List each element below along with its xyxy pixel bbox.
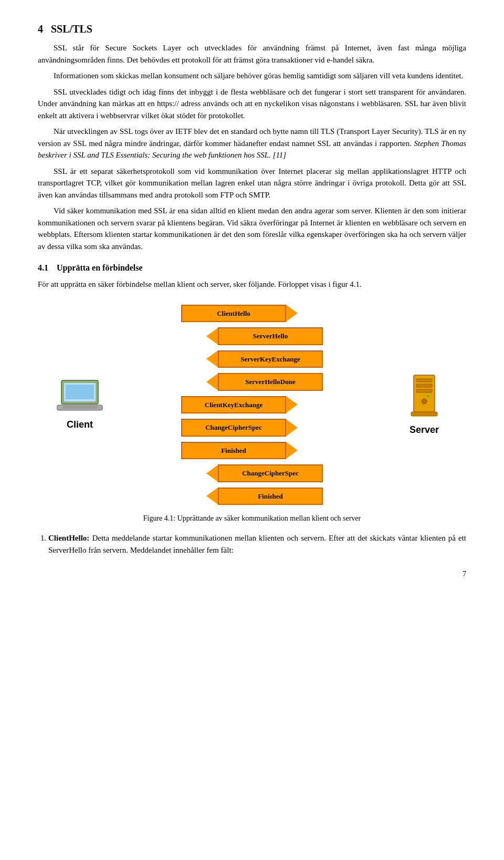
svg-rect-11 <box>411 412 437 416</box>
arrow-left-serverkeyexchange <box>206 350 218 367</box>
label-changecipherspec-2: ChangeCipherSpec <box>218 464 323 482</box>
svg-rect-6 <box>416 379 432 382</box>
subsection-heading: 4.1 Upprätta en förbindelse <box>38 262 466 274</box>
svg-rect-4 <box>62 406 97 409</box>
svg-point-9 <box>422 399 427 404</box>
list-item-1: ClientHello: Detta meddelande startar ko… <box>48 532 466 556</box>
para-4: När utvecklingen av SSL togs över av IET… <box>38 126 466 161</box>
label-finished-1: Finished <box>181 442 286 460</box>
numbered-list: ClientHello: Detta meddelande startar ko… <box>48 532 466 556</box>
arrow-changecipherspec-2: ChangeCipherSpec <box>176 464 323 482</box>
arrow-serverhelodone: ServerHelloDone <box>176 373 323 391</box>
arrow-left-serverhellodone <box>206 374 218 390</box>
arrow-clientkeyexchange: ClientKeyExchange <box>181 396 328 414</box>
label-serverhello: ServerHello <box>218 327 323 345</box>
figure-inner: Client ClientHello ServerHello ServerKey <box>38 303 466 507</box>
para-6: Vid säker kommunikation med SSL är ena s… <box>38 205 466 252</box>
server-tower-icon <box>406 372 443 420</box>
section-title: SSL/TLS <box>51 23 92 35</box>
client-side: Client <box>38 378 122 432</box>
arrow-left-finished-2 <box>206 488 218 504</box>
label-finished-2: Finished <box>218 488 323 505</box>
arrow-left-changecipherspec-2 <box>206 465 218 482</box>
arrow-left-serverhello <box>206 328 218 345</box>
label-changecipherspec-1: ChangeCipherSpec <box>181 419 286 437</box>
client-laptop-icon <box>56 378 103 415</box>
svg-rect-7 <box>416 384 432 387</box>
arrow-changecipherspec-1: ChangeCipherSpec <box>181 419 328 437</box>
list-item-1-text: Detta meddelande startar kommunikationen… <box>48 534 466 554</box>
arrow-finished-2: Finished <box>176 488 323 505</box>
list-item-1-label: ClientHello: <box>48 534 89 542</box>
server-side: Server <box>382 372 466 437</box>
page-content: 4 SSL/TLS SSL står för Secure Sockets La… <box>38 21 466 579</box>
arrow-serverkeyexchange: ServerKeyExchange <box>176 350 323 368</box>
svg-rect-8 <box>416 389 432 392</box>
para-3: SSL utvecklades tidigt och idag finns de… <box>38 86 466 122</box>
arrow-right-clientkeyexchange <box>286 396 298 413</box>
arrow-clienthello: ClientHello <box>181 305 328 323</box>
arrow-finished-1: Finished <box>181 442 328 460</box>
arrows-column: ClientHello ServerHello ServerKeyExchang… <box>122 303 382 507</box>
figure-caption: Figure 4.1: Upprättande av säker kommuni… <box>143 513 361 524</box>
arrow-right-changecipherspec-1 <box>286 419 298 436</box>
section-number: 4 <box>38 23 43 35</box>
label-serverkeyexchange: ServerKeyExchange <box>218 350 323 368</box>
para-5: SSL är ett separat säkerhetsprotokoll so… <box>38 165 466 201</box>
section-heading: 4 SSL/TLS <box>38 21 466 37</box>
arrow-right-clienthello <box>286 305 298 322</box>
label-clientkeyexchange: ClientKeyExchange <box>181 396 286 414</box>
server-label: Server <box>410 423 439 437</box>
label-serverhellodone: ServerHelloDone <box>218 373 323 391</box>
para-2: Informationen som skickas mellan konsume… <box>38 70 466 82</box>
para-1: SSL står för Secure Sockets Layer och ut… <box>38 42 466 66</box>
svg-rect-3 <box>66 385 94 399</box>
subsection-intro: För att upprätta en säker förbindelse me… <box>38 278 466 291</box>
page-number: 7 <box>38 568 466 579</box>
label-clienthello: ClientHello <box>181 305 286 323</box>
arrow-right-finished-1 <box>286 442 298 459</box>
client-label: Client <box>67 418 93 432</box>
arrow-serverhello: ServerHello <box>176 327 323 345</box>
figure-41: Client ClientHello ServerHello ServerKey <box>38 303 466 524</box>
svg-point-10 <box>427 395 429 397</box>
